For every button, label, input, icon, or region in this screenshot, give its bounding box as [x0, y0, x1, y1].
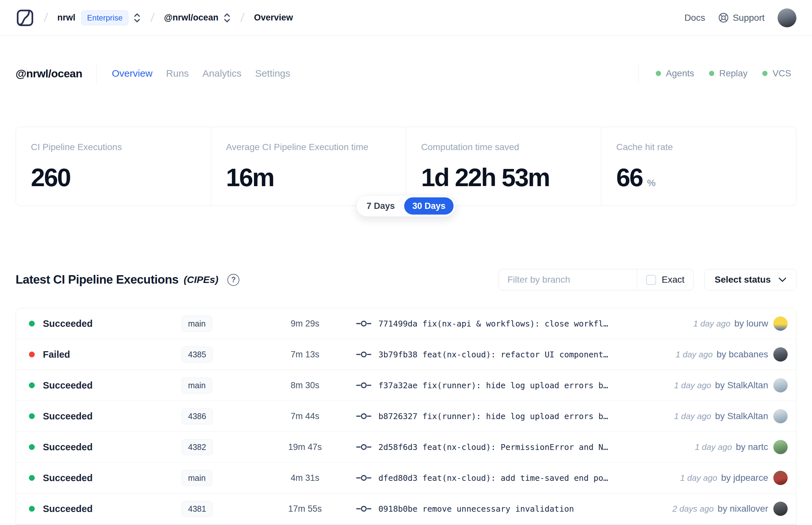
top-bar: / nrwl Enterprise / @nrwl/ocean / Overvi…	[0, 0, 812, 36]
row-status: Succeeded	[29, 380, 182, 391]
branch-badge: 4382	[182, 439, 213, 455]
org-selector-chevrons-icon[interactable]	[133, 12, 141, 24]
exact-match-control: Exact	[637, 269, 693, 290]
author: by jdpearce	[721, 473, 768, 483]
workspace-selector-chevrons-icon[interactable]	[223, 12, 231, 24]
nx-cloud-logo[interactable]	[16, 9, 34, 27]
row-commit: 3b79fb38 feat(nx-cloud): refactor UI com…	[356, 350, 669, 359]
status-dot-icon	[29, 382, 35, 388]
row-duration: 7m 44s	[273, 411, 337, 421]
author: by nixallover	[718, 504, 768, 514]
row-commit: 2d58f6d3 feat(nx-cloud): PermissionError…	[356, 442, 688, 452]
cipe-title: Latest CI Pipeline Executions	[16, 273, 179, 287]
status-dot-icon	[709, 71, 714, 76]
range-option-30-days[interactable]: 30 Days	[404, 197, 454, 215]
cipe-row[interactable]: Failed 4385 7m 13s 3b79fb38 feat(nx-clou…	[16, 339, 796, 370]
time-ago: 1 day ago	[693, 319, 731, 329]
service-vcs-label: VCS	[772, 68, 791, 79]
git-commit-icon	[356, 412, 371, 420]
row-commit: 0918b0be remove unnecessary invalidation	[356, 504, 666, 514]
cipe-table: Succeeded main 9m 29s 771499da fix(nx-ap…	[16, 308, 796, 525]
stat-label: Cache hit rate	[616, 142, 781, 152]
row-branch: 4381	[182, 501, 273, 517]
status-dot-icon	[29, 321, 35, 327]
workspace-selector[interactable]: @nrwl/ocean	[164, 12, 231, 24]
commit-message: dfed80d3 feat(nx-cloud): add time-saved …	[378, 473, 608, 483]
enterprise-badge: Enterprise	[81, 10, 128, 25]
date-range-toggle: 7 Days 30 Days	[356, 195, 456, 217]
status-label: Succeeded	[43, 442, 93, 452]
row-branch: 4382	[182, 439, 273, 455]
branch-filter-group: Exact	[499, 269, 693, 290]
cipe-row[interactable]: Succeeded main 9m 29s 771499da fix(nx-ap…	[16, 308, 796, 339]
branch-filter-input[interactable]	[499, 269, 637, 290]
time-ago: 1 day ago	[695, 442, 732, 452]
cipe-row[interactable]: Succeeded 4386 7m 44s b8726327 fix(runne…	[16, 401, 796, 432]
stat-value-suffix: %	[647, 177, 656, 189]
cipe-filters: Exact Select status	[499, 269, 796, 290]
row-meta: 1 day ago by lourw	[687, 316, 788, 331]
row-commit: 771499da fix(nx-api & workflows): close …	[356, 319, 687, 328]
author-avatar	[773, 501, 788, 516]
author-avatar	[773, 316, 788, 331]
stat-label: Computation time saved	[421, 142, 586, 152]
row-meta: 1 day ago by nartc	[688, 440, 788, 454]
support-link[interactable]: Support	[718, 12, 765, 23]
status-dot-icon	[29, 444, 35, 450]
branch-badge: 4381	[182, 501, 213, 517]
user-avatar[interactable]	[778, 9, 796, 27]
tab-overview[interactable]: Overview	[112, 68, 152, 79]
cipe-row[interactable]: Succeeded main 4m 31s dfed80d3 feat(nx-c…	[16, 463, 796, 494]
row-status: Succeeded	[29, 442, 182, 452]
row-status: Succeeded	[29, 504, 182, 514]
docs-link[interactable]: Docs	[684, 13, 705, 23]
stat-value: 16m	[226, 163, 274, 192]
row-branch: main	[182, 377, 273, 393]
org-selector[interactable]: nrwl Enterprise	[58, 10, 141, 25]
author: by StalkAltan	[715, 411, 768, 421]
author-avatar	[773, 440, 788, 454]
status-dot-icon	[762, 71, 767, 76]
branch-badge: main	[182, 470, 212, 486]
row-branch: main	[182, 470, 273, 486]
tab-runs[interactable]: Runs	[166, 68, 189, 79]
workspace-name: @nrwl/ocean	[164, 13, 218, 23]
status-dot-icon	[29, 413, 35, 419]
row-branch: 4385	[182, 347, 273, 363]
cipe-section-header: Latest CI Pipeline Executions (CIPEs) ? …	[0, 269, 812, 290]
topbar-actions: Docs Support	[684, 9, 796, 27]
row-status: Succeeded	[29, 318, 182, 329]
help-icon[interactable]: ?	[227, 274, 240, 286]
service-agents[interactable]: Agents	[656, 68, 694, 79]
exact-checkbox[interactable]	[646, 275, 656, 285]
author: by nartc	[736, 442, 768, 452]
row-meta: 2 days ago by nixallover	[666, 501, 788, 516]
workspace-header: @nrwl/ocean Overview Runs Analytics Sett…	[0, 63, 812, 84]
range-option-7-days[interactable]: 7 Days	[358, 197, 403, 215]
status-filter-dropdown[interactable]: Select status	[704, 269, 796, 290]
row-duration: 7m 13s	[273, 349, 337, 360]
stats-section: CI Pipeline Executions 260 Average CI Pi…	[16, 127, 796, 206]
author-avatar	[773, 409, 788, 423]
author-avatar	[773, 378, 788, 392]
service-replay[interactable]: Replay	[709, 68, 747, 79]
cipe-row[interactable]: Succeeded 4381 17m 55s 0918b0be remove u…	[16, 494, 796, 524]
stat-value: 66	[616, 163, 642, 192]
status-filter-label: Select status	[715, 274, 771, 285]
breadcrumb-page: Overview	[254, 13, 293, 23]
stats-cards: CI Pipeline Executions 260 Average CI Pi…	[16, 127, 796, 206]
tab-settings[interactable]: Settings	[255, 68, 290, 79]
breadcrumb-separator: /	[240, 11, 245, 25]
cipe-title-suffix: (CIPEs)	[184, 274, 219, 285]
cipe-row[interactable]: Succeeded 4382 19m 47s 2d58f6d3 feat(nx-…	[16, 432, 796, 463]
service-vcs[interactable]: VCS	[762, 68, 791, 79]
stat-value: 260	[31, 163, 70, 192]
status-label: Succeeded	[43, 318, 93, 329]
tab-analytics[interactable]: Analytics	[202, 68, 241, 79]
time-ago: 2 days ago	[672, 504, 714, 514]
git-commit-icon	[356, 474, 371, 482]
row-duration: 8m 30s	[273, 380, 337, 390]
cipe-row[interactable]: Succeeded main 8m 30s f37a32ae fix(runne…	[16, 370, 796, 401]
row-meta: 1 day ago by bcabanes	[669, 347, 788, 362]
time-ago: 1 day ago	[674, 411, 711, 421]
